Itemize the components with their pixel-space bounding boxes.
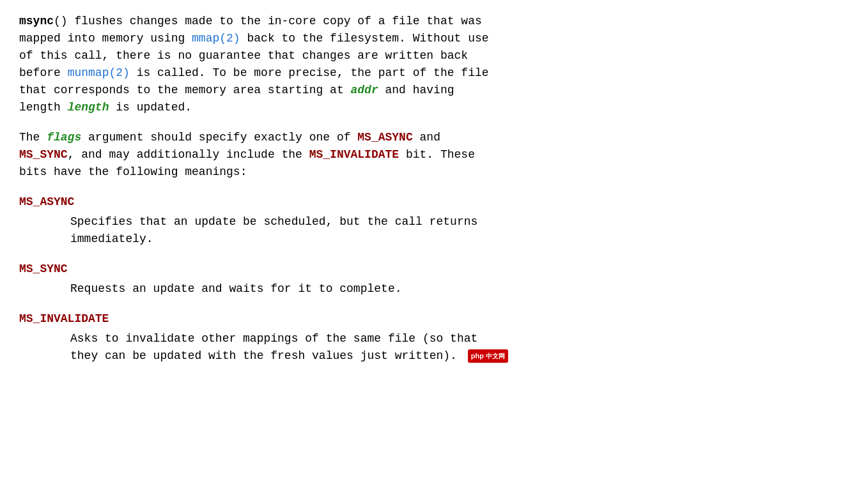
ms-async-section: MS_ASYNC Specifies that an update be sch… [19,194,849,248]
text-5: is updated. [109,101,192,114]
ms-invalidate-desc-text: Asks to invalidate other mappings of the… [70,332,477,362]
mmap-link[interactable]: mmap(2) [192,32,240,45]
ms-invalidate-term: MS_INVALIDATE [19,310,849,328]
msync-func: msync [19,15,54,27]
text-and: and [413,131,440,144]
length-param: length [68,101,109,114]
ms-invalidate-section: MS_INVALIDATE Asks to invalidate other m… [19,310,849,365]
php-badge: php 中文网 [468,349,508,363]
badge-suffix: 中文网 [486,353,505,360]
paren-text: () [54,15,68,27]
main-content: msync() flushes changes made to the in-c… [19,13,849,365]
ms-async-term: MS_ASYNC [19,194,849,211]
ms-sync-desc-text: Requests an update and waits for it to c… [70,282,401,295]
ms-sync-description: Requests an update and waits for it to c… [70,280,849,298]
badge-text: php [471,352,484,360]
munmap-link[interactable]: munmap(2) [68,66,130,79]
flags-param: flags [47,131,81,144]
paragraph-2: The flags argument should specify exactl… [19,129,849,181]
addr-param: addr [350,84,378,96]
paragraph-1: msync() flushes changes made to the in-c… [19,13,849,116]
ms-async-inline: MS_ASYNC [357,131,412,144]
text-comma: , and may additionally include the [68,148,309,161]
ms-sync-inline: MS_SYNC [19,148,68,161]
ms-sync-term: MS_SYNC [19,261,849,278]
ms-async-description: Specifies that an update be scheduled, b… [70,213,849,248]
ms-invalidate-inline: MS_INVALIDATE [309,148,399,161]
text-the: The [19,131,47,144]
text-argument: argument should specify exactly one of [81,131,357,144]
ms-invalidate-description: Asks to invalidate other mappings of the… [70,330,849,365]
ms-sync-section: MS_SYNC Requests an update and waits for… [19,261,849,298]
ms-async-desc-text: Specifies that an update be scheduled, b… [70,215,477,245]
